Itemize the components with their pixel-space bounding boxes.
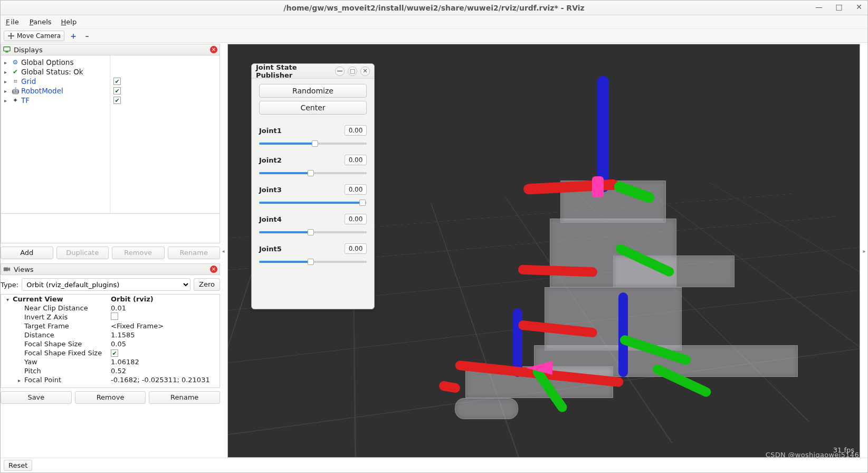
prop-value: -0.1682; -0.025311; 0.21031 [111,376,210,384]
view-prop-focal-shape-size[interactable]: Focal Shape Size0.05 [1,339,220,348]
displays-close-icon[interactable]: × [210,46,217,53]
menu-bar: File Panels Help [1,15,867,29]
prop-checkbox[interactable]: ✔ [111,349,118,357]
displays-tree[interactable]: ▸ ⚙ Global Options▸ ✔ Global Status: Ok▸… [1,55,220,214]
menu-help[interactable]: Help [60,17,78,27]
jsp-titlebar[interactable]: Joint State Publisher — □ ✕ [252,64,374,79]
center-button[interactable]: Center [259,101,367,115]
views-properties[interactable]: ▾Current ViewOrbit (rviz)Near Clip Dista… [1,294,220,388]
expand-arrow-icon[interactable]: ▸ [4,98,9,103]
minimize-icon[interactable]: — [814,2,824,12]
prop-key: Near Clip Distance [24,304,88,312]
display-item-global-options[interactable]: ▸ ⚙ Global Options [1,58,110,67]
gear-icon: ⚙ [12,59,19,66]
joint-slider[interactable] [259,228,367,236]
display-item-checkbox[interactable]: ✔ [113,87,121,94]
display-item-grid[interactable]: ▸ ⌗ Grid [1,77,110,86]
prop-value: <Fixed Frame> [111,322,164,330]
joint-value-input[interactable]: 0.00 [345,243,367,254]
expand-arrow-icon[interactable]: ▾ [6,297,13,302]
prop-checkbox[interactable] [111,313,118,320]
joint-value-input[interactable]: 0.00 [345,125,367,136]
add-button[interactable]: Add [1,247,53,259]
view-prop-invert-z-axis[interactable]: Invert Z Axis [1,313,220,321]
move-camera-label: Move Camera [17,32,61,40]
monitor-icon [3,46,11,53]
display-item-global-status-ok[interactable]: ▸ ✔ Global Status: Ok [1,67,110,77]
view-prop-focal-shape-fixed-size[interactable]: Focal Shape Fixed Size✔ [1,348,220,357]
check-icon: ✔ [12,68,19,75]
move-camera-button[interactable]: Move Camera [4,31,64,41]
prop-value: 1.1585 [111,331,135,339]
reset-button[interactable]: Reset [4,460,32,471]
displays-panel-header[interactable]: Displays × [1,44,220,55]
view-prop-pitch[interactable]: Pitch0.52 [1,366,220,375]
expand-arrow-icon[interactable]: ▸ [4,79,9,84]
joint-value-input[interactable]: 0.00 [345,184,367,195]
left-panels: Displays × ▸ ⚙ Global Options▸ ✔ Global … [1,44,220,458]
add-tool-icon[interactable]: + [69,32,78,40]
camera-group-icon [3,266,11,273]
jsp-title: Joint State Publisher [256,63,335,79]
display-item-label: Grid [21,77,36,86]
view-prop-focal-point[interactable]: ▸Focal Point-0.1682; -0.025311; 0.21031 [1,375,220,384]
jsp-close-icon[interactable]: ✕ [360,67,370,76]
prop-key: Focal Point [24,376,61,384]
display-item-checkbox[interactable]: ✔ [113,78,121,85]
view-prop-near-clip-distance[interactable]: Near Clip Distance0.01 [1,304,220,313]
prop-key: Focal Shape Size [24,340,82,348]
svg-rect-1 [5,52,8,53]
joint-joint2: Joint2 0.00 [259,155,367,177]
jsp-minimize-icon[interactable]: — [335,67,345,76]
display-item-robotmodel[interactable]: ▸ 🤖 RobotModel [1,86,110,96]
views-type-select[interactable]: Orbit (rviz_default_plugins) [22,278,190,291]
views-save-button[interactable]: Save [1,391,72,404]
expand-arrow-icon[interactable]: ▸ [4,88,9,94]
joint-value-input[interactable]: 0.00 [345,155,367,165]
expand-right-icon[interactable]: ▸ [861,44,867,458]
expand-arrow-icon[interactable]: ▸ [18,377,24,383]
prop-value: 0.01 [111,304,126,312]
svg-marker-3 [8,268,11,271]
joint-slider[interactable] [259,168,367,177]
prop-key: Distance [24,331,54,339]
prop-key: Current View [13,295,63,303]
prop-value: Orbit (rviz) [111,295,154,303]
window-title: /home/gw/ws_moveit2/install/wuwei2/share… [283,4,584,12]
view-prop-yaw[interactable]: Yaw1.06182 [1,357,220,366]
menu-file[interactable]: File [5,17,21,27]
svg-rect-2 [4,268,8,271]
tf-icon: ✦ [12,97,19,104]
maximize-icon[interactable]: □ [834,2,844,12]
joint-label: Joint3 [259,186,282,194]
views-title: Views [14,266,34,273]
joint-slider[interactable] [259,139,367,147]
view-prop-distance[interactable]: Distance1.1585 [1,330,220,339]
zero-button[interactable]: Zero [194,278,220,291]
robot-icon: 🤖 [12,87,19,94]
display-item-label: TF [21,96,30,105]
display-item-tf[interactable]: ▸ ✦ TF [1,96,110,105]
jsp-maximize-icon[interactable]: □ [348,67,357,76]
joint-slider[interactable] [259,198,367,206]
expand-arrow-icon[interactable]: ▸ [4,60,9,65]
remove-tool-icon[interactable]: – [82,32,92,40]
views-remove-button[interactable]: Remove [75,391,146,404]
joint-label: Joint2 [259,156,282,164]
views-panel-header[interactable]: Views × [1,263,220,275]
view-prop-target-frame[interactable]: Target Frame<Fixed Frame> [1,321,220,330]
randomize-button[interactable]: Randomize [259,84,367,98]
views-close-icon[interactable]: × [210,266,217,273]
view-prop-current-view[interactable]: ▾Current ViewOrbit (rviz) [1,295,220,304]
close-icon[interactable]: ✕ [854,2,864,12]
display-item-checkbox[interactable]: ✔ [113,97,121,104]
expand-arrow-icon[interactable]: ▸ [4,69,9,75]
menu-panels[interactable]: Panels [28,17,53,27]
prop-key: Invert Z Axis [24,313,68,321]
expand-left-icon[interactable]: ◂ [220,44,226,458]
display-item-label: RobotModel [21,87,63,95]
joint-state-publisher-window[interactable]: Joint State Publisher — □ ✕ Randomize Ce… [251,63,375,309]
joint-slider[interactable] [259,257,367,266]
joint-value-input[interactable]: 0.00 [345,214,367,224]
views-rename-button[interactable]: Rename [149,391,220,404]
